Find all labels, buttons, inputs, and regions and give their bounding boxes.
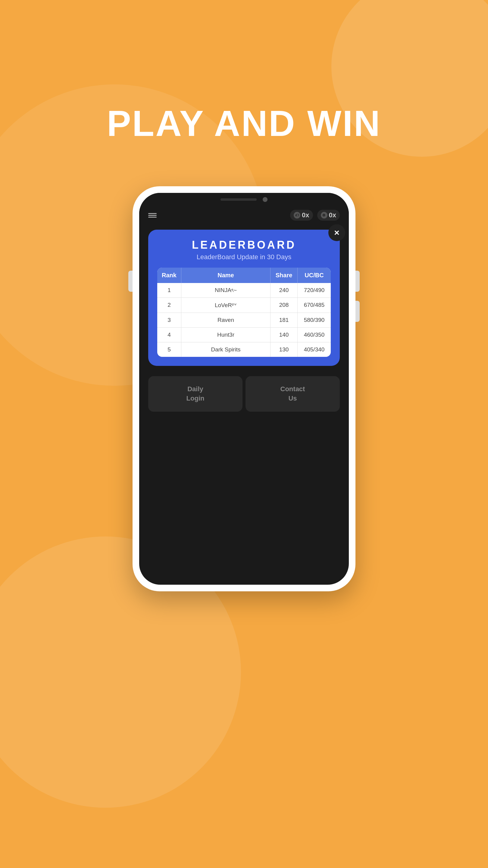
cell-name-3: Raven	[181, 313, 270, 327]
col-ucbc: UC/BC	[298, 268, 331, 283]
cell-rank-4: 4	[157, 328, 181, 342]
cell-name-5: Dark Spirits	[181, 342, 270, 357]
leaderboard-table: Rank Name Share UC/BC 1 NINJAৎ~ 240 720/…	[157, 268, 331, 357]
badge2-value: 0x	[329, 211, 336, 219]
tag-icon: 🏷	[294, 212, 300, 218]
table-row: 1 NINJAৎ~ 240 720/490	[157, 283, 331, 298]
close-button[interactable]: ×	[328, 224, 345, 241]
cell-rank-2: 2	[157, 298, 181, 313]
badge-settings: ⚙ 0x	[317, 210, 340, 221]
cell-share-5: 130	[270, 342, 298, 357]
hamburger-menu[interactable]	[148, 213, 157, 218]
notch-bar	[221, 198, 257, 201]
col-share: Share	[270, 268, 298, 283]
badge1-value: 0x	[302, 211, 309, 219]
table-row: 5 Dark Spirits 130 405/340	[157, 342, 331, 357]
cell-name-2: LoVeRᵖᵛ	[181, 298, 270, 313]
phone-button-right-top	[355, 271, 360, 292]
cell-share-1: 240	[270, 283, 298, 298]
leaderboard-title: LEADERBOARD	[157, 239, 331, 251]
leaderboard-modal: × LEADERBOARD LeaderBoard Update in 30 D…	[148, 230, 340, 366]
contact-us-button[interactable]: ContactUs	[246, 376, 340, 412]
cell-rank-3: 3	[157, 313, 181, 327]
notch-camera	[263, 197, 267, 202]
screen-content: × LEADERBOARD LeaderBoard Update in 30 D…	[139, 224, 349, 366]
daily-login-button[interactable]: DailyLogin	[148, 376, 242, 412]
settings-icon: ⚙	[321, 212, 327, 218]
bottom-navigation: DailyLogin ContactUs	[139, 372, 349, 427]
cell-share-3: 181	[270, 313, 298, 327]
cell-share-4: 140	[270, 328, 298, 342]
table-row: 3 Raven 181 580/390	[157, 313, 331, 328]
cell-ucbc-1: 720/490	[298, 283, 331, 298]
phone-button-right-bottom	[355, 301, 360, 322]
col-name: Name	[181, 268, 270, 283]
cell-ucbc-2: 670/485	[298, 298, 331, 313]
status-badges: 🏷 0x ⚙ 0x	[290, 210, 340, 221]
phone-notch	[214, 193, 274, 206]
table-row: 4 Hunt3r 140 460/350	[157, 328, 331, 342]
page-title: PLAY AND WIN	[107, 102, 381, 144]
table-row: 2 LoVeRᵖᵛ 208 670/485	[157, 298, 331, 313]
cell-ucbc-5: 405/340	[298, 342, 331, 357]
leaderboard-subtitle: LeaderBoard Update in 30 Days	[157, 253, 331, 261]
cell-name-1: NINJAৎ~	[181, 283, 270, 298]
cell-ucbc-4: 460/350	[298, 328, 331, 342]
phone-mockup: 🏷 0x ⚙ 0x × LEADERBOARD Lead	[133, 186, 355, 591]
cell-rank-5: 5	[157, 342, 181, 357]
badge-tags: 🏷 0x	[290, 210, 313, 221]
cell-share-2: 208	[270, 298, 298, 313]
col-rank: Rank	[157, 268, 181, 283]
table-header: Rank Name Share UC/BC	[157, 268, 331, 283]
cell-ucbc-3: 580/390	[298, 313, 331, 327]
cell-rank-1: 1	[157, 283, 181, 298]
phone-button-left	[128, 271, 133, 292]
cell-name-4: Hunt3r	[181, 328, 270, 342]
